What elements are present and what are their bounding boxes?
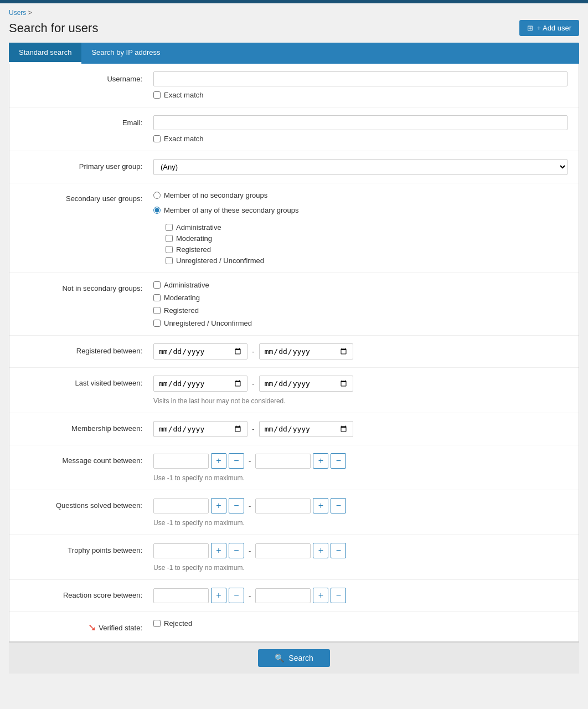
- membership-between-field: -: [153, 421, 568, 437]
- trophy-points-from-plus-button[interactable]: +: [211, 543, 226, 558]
- no-secondary-groups-label[interactable]: Member of no secondary groups: [153, 191, 568, 199]
- reaction-score-from-input[interactable]: [153, 588, 209, 603]
- verified-state-row: ➘ Verified state: Rejected: [9, 612, 579, 641]
- verified-state-field: Rejected: [153, 619, 568, 628]
- sg-unregistered-checkbox[interactable]: [166, 257, 173, 264]
- sg-moderating-label[interactable]: Moderating: [166, 234, 568, 243]
- ni-administrative-checkbox[interactable]: [153, 281, 161, 289]
- sg-registered-checkbox[interactable]: [166, 246, 173, 253]
- registered-separator: -: [252, 347, 255, 356]
- membership-between-row: Membership between: -: [9, 413, 579, 445]
- breadcrumb-users-link[interactable]: Users: [9, 9, 26, 17]
- reaction-score-from-plus-button[interactable]: +: [211, 588, 226, 603]
- not-in-secondary-groups-row: Not in secondary groups: Administrative …: [9, 273, 579, 336]
- ni-unregistered-text: Unregistered / Unconfirmed: [164, 319, 252, 327]
- add-user-button[interactable]: ⊞ + Add user: [519, 20, 579, 36]
- ni-unregistered-checkbox[interactable]: [153, 320, 161, 327]
- questions-solved-field: 0 + − - -1 + − Use -1 to specify no maxi…: [153, 498, 568, 527]
- search-form: Username: Exact match Email: Exact match: [9, 64, 579, 642]
- sg-moderating-checkbox[interactable]: [166, 235, 173, 242]
- rejected-checkbox[interactable]: [153, 620, 161, 627]
- trophy-points-from-minus-button[interactable]: −: [229, 543, 244, 558]
- username-exact-match-text: Exact match: [164, 91, 204, 99]
- sg-administrative-label[interactable]: Administrative: [166, 223, 568, 232]
- reaction-score-to-minus-button[interactable]: −: [331, 588, 346, 603]
- username-exact-match-checkbox[interactable]: [153, 91, 161, 99]
- search-button[interactable]: 🔍 Search: [258, 649, 329, 667]
- tab-standard-search[interactable]: Standard search: [9, 43, 81, 64]
- trophy-points-to-input[interactable]: -1: [255, 543, 311, 558]
- last-visited-row: Last visited between: - Visits in the la…: [9, 368, 579, 413]
- ni-registered-checkbox[interactable]: [153, 307, 161, 314]
- tab-bar: Standard search Search by IP address: [9, 43, 579, 64]
- email-exact-match-label[interactable]: Exact match: [153, 135, 568, 143]
- questions-solved-from-minus-button[interactable]: −: [229, 498, 244, 513]
- trophy-points-from-input[interactable]: 0: [153, 543, 209, 558]
- username-row: Username: Exact match: [9, 64, 579, 107]
- message-count-from-input[interactable]: 0: [153, 454, 209, 469]
- add-icon: ⊞: [527, 24, 533, 32]
- message-count-from-minus-button[interactable]: −: [229, 453, 244, 469]
- message-count-to-minus-button[interactable]: −: [331, 453, 346, 469]
- questions-solved-from-plus-button[interactable]: +: [211, 498, 226, 513]
- primary-user-group-select[interactable]: (Any): [153, 159, 568, 175]
- trophy-points-to-plus-button[interactable]: +: [313, 543, 328, 558]
- sg-moderating-text: Moderating: [176, 234, 212, 243]
- search-button-row: 🔍 Search: [9, 642, 579, 674]
- questions-solved-to-input[interactable]: -1: [255, 499, 311, 513]
- tab-search-by-ip[interactable]: Search by IP address: [81, 43, 170, 64]
- username-exact-match-label[interactable]: Exact match: [153, 91, 568, 99]
- questions-solved-to-plus-button[interactable]: +: [313, 498, 328, 513]
- ni-registered-label[interactable]: Registered: [153, 306, 568, 315]
- questions-solved-hint: Use -1 to specify no maximum.: [153, 519, 568, 527]
- membership-to-input[interactable]: [259, 421, 353, 437]
- ni-moderating-text: Moderating: [164, 294, 200, 302]
- questions-solved-from-input[interactable]: 0: [153, 499, 209, 513]
- reaction-score-from-minus-button[interactable]: −: [229, 588, 244, 603]
- sg-administrative-checkbox[interactable]: [166, 224, 173, 231]
- page-title: Search for users: [9, 21, 98, 35]
- message-count-from-plus-button[interactable]: +: [211, 453, 226, 469]
- registered-from-input[interactable]: [153, 343, 247, 359]
- sg-registered-label[interactable]: Registered: [166, 245, 568, 254]
- trophy-points-range: 0 + − - -1 + −: [153, 543, 568, 558]
- email-exact-match-text: Exact match: [164, 135, 204, 143]
- arrow-indicator: ➘: [88, 621, 96, 634]
- email-input[interactable]: [153, 115, 568, 130]
- message-count-separator: -: [249, 457, 251, 465]
- username-input[interactable]: [153, 71, 568, 86]
- any-secondary-groups-label[interactable]: Member of any of these secondary groups: [153, 206, 568, 214]
- registered-to-input[interactable]: [259, 343, 353, 359]
- trophy-points-to-minus-button[interactable]: −: [331, 543, 346, 558]
- ni-administrative-label[interactable]: Administrative: [153, 281, 568, 289]
- any-secondary-groups-radio[interactable]: [153, 207, 161, 214]
- last-visited-from-input[interactable]: [153, 376, 247, 392]
- membership-from-input[interactable]: [153, 421, 247, 437]
- trophy-points-hint: Use -1 to specify no maximum.: [153, 564, 568, 572]
- secondary-user-groups-row: Secondary user groups: Member of no seco…: [9, 183, 579, 273]
- rejected-text: Rejected: [164, 619, 192, 628]
- no-secondary-groups-radio[interactable]: [153, 192, 161, 199]
- ni-unregistered-label[interactable]: Unregistered / Unconfirmed: [153, 319, 568, 327]
- message-count-to-plus-button[interactable]: +: [313, 453, 328, 469]
- email-exact-match-checkbox[interactable]: [153, 135, 161, 142]
- reaction-score-field: + − - + −: [153, 588, 568, 603]
- trophy-points-field: 0 + − - -1 + − Use -1 to specify no maxi…: [153, 543, 568, 572]
- email-label: Email:: [20, 115, 153, 127]
- sg-unregistered-label[interactable]: Unregistered / Unconfirmed: [166, 256, 568, 265]
- breadcrumb-separator: >: [28, 9, 32, 17]
- rejected-label[interactable]: Rejected: [153, 619, 192, 628]
- username-field: Exact match: [153, 71, 568, 99]
- secondary-groups-checkboxes: Administrative Moderating Registered Unr…: [153, 223, 568, 265]
- last-visited-to-input[interactable]: [259, 376, 353, 392]
- trophy-points-label: Trophy points between:: [20, 543, 153, 554]
- ni-moderating-label[interactable]: Moderating: [153, 294, 568, 302]
- reaction-score-to-input[interactable]: [255, 588, 311, 603]
- last-visited-separator: -: [252, 379, 255, 388]
- no-secondary-groups-text: Member of no secondary groups: [164, 191, 267, 199]
- registered-between-range: -: [153, 343, 568, 359]
- message-count-to-input[interactable]: -1: [255, 454, 311, 469]
- questions-solved-to-minus-button[interactable]: −: [331, 498, 346, 513]
- ni-moderating-checkbox[interactable]: [153, 294, 161, 301]
- reaction-score-to-plus-button[interactable]: +: [313, 588, 328, 603]
